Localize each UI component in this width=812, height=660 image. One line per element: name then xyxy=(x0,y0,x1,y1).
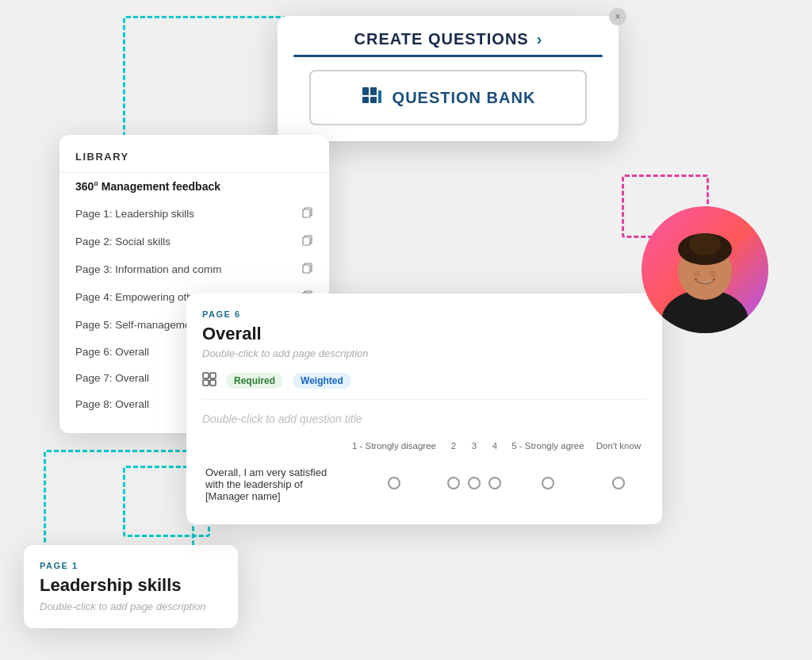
svg-point-4 xyxy=(689,233,721,255)
likert-col-3: 3 xyxy=(464,441,485,460)
page1-title: Leadership skills xyxy=(40,575,222,596)
page1-description: Double-click to add page description xyxy=(40,601,222,612)
likert-radio-5[interactable] xyxy=(505,460,591,508)
likert-question-col-header xyxy=(202,441,345,460)
grid-icon[interactable] xyxy=(202,372,216,389)
svg-rect-10 xyxy=(370,97,377,103)
likert-radio-2[interactable] xyxy=(443,460,464,508)
svg-rect-9 xyxy=(370,87,377,95)
create-questions-title: CREATE QUESTIONS xyxy=(354,30,529,48)
question-title-placeholder[interactable]: Double-click to add question title xyxy=(202,412,646,425)
page1-panel: PAGE 1 Leadership skills Double-click to… xyxy=(24,545,238,628)
page6-panel: PAGE 6 Overall Double-click to add page … xyxy=(186,294,662,524)
library-list-item[interactable]: Page 3: Information and comm xyxy=(59,255,329,283)
question-bank-button[interactable]: QUESTION BANK xyxy=(309,70,587,125)
svg-rect-8 xyxy=(362,97,369,103)
likert-radio-1[interactable] xyxy=(345,460,443,508)
dashed-border-top-left xyxy=(123,16,297,143)
likert-radio-dk[interactable] xyxy=(591,460,646,508)
create-questions-panel: × CREATE QUESTIONS › QUESTION BANK xyxy=(278,16,619,141)
library-list-item[interactable]: Page 1: Leadership skills xyxy=(59,200,329,228)
library-item-label: Page 8: Overall xyxy=(75,398,149,410)
page6-description: Double-click to add page description xyxy=(202,347,646,359)
required-badge: Required xyxy=(226,373,283,389)
likert-radio-4[interactable] xyxy=(485,460,505,508)
library-item-label: Page 1: Leadership skills xyxy=(75,208,194,220)
likert-header-row: 1 - Strongly disagree 2 3 4 5 - Strongly… xyxy=(202,441,646,460)
svg-point-5 xyxy=(694,271,700,277)
svg-point-6 xyxy=(710,271,716,277)
library-item-label: 360° Management feedback xyxy=(75,180,220,193)
likert-question-row: Overall, I am very satisfied with the le… xyxy=(202,460,646,508)
svg-rect-23 xyxy=(210,373,216,378)
library-item-label: Page 5: Self-management xyxy=(75,319,200,331)
svg-rect-7 xyxy=(362,87,369,95)
library-title: LIBRARY xyxy=(59,151,329,173)
likert-col-2: 2 xyxy=(443,441,464,460)
svg-rect-17 xyxy=(303,265,310,273)
library-list-item[interactable]: Page 2: Social skills xyxy=(59,228,329,255)
library-list-item[interactable]: 360° Management feedback xyxy=(59,173,329,200)
avatar-image xyxy=(642,206,768,333)
likert-col-5: 5 - Strongly agree xyxy=(505,441,591,460)
likert-col-4: 4 xyxy=(485,441,505,460)
svg-rect-13 xyxy=(303,209,310,217)
page1-label: PAGE 1 xyxy=(40,561,222,570)
library-item-label: Page 7: Overall xyxy=(75,372,149,384)
question-bank-label: QUESTION BANK xyxy=(393,89,536,107)
library-item-label: Page 6: Overall xyxy=(75,346,149,358)
copy-icon[interactable] xyxy=(302,263,313,276)
create-questions-arrow-icon: › xyxy=(537,30,542,48)
page6-toolbar: Required Weighted xyxy=(202,372,646,400)
svg-rect-24 xyxy=(203,380,209,386)
close-icon[interactable]: × xyxy=(609,8,626,25)
create-questions-header: CREATE QUESTIONS › xyxy=(278,16,619,48)
likert-col-1: 1 - Strongly disagree xyxy=(345,441,443,460)
svg-rect-25 xyxy=(210,380,216,386)
copy-icon[interactable] xyxy=(302,207,313,221)
likert-radio-3[interactable] xyxy=(464,460,485,508)
create-questions-underline xyxy=(293,55,603,57)
avatar xyxy=(642,206,768,333)
weighted-badge: Weighted xyxy=(293,373,351,389)
svg-rect-15 xyxy=(303,237,310,245)
likert-col-dk: Don't know xyxy=(591,441,646,460)
page6-title: Overall xyxy=(202,324,646,344)
likert-scale-table: 1 - Strongly disagree 2 3 4 5 - Strongly… xyxy=(202,441,646,508)
svg-rect-11 xyxy=(378,90,381,103)
svg-rect-22 xyxy=(203,373,209,378)
question-bank-icon xyxy=(361,86,383,109)
likert-question-text: Overall, I am very satisfied with the le… xyxy=(202,460,345,508)
page6-label: PAGE 6 xyxy=(202,309,646,319)
copy-icon[interactable] xyxy=(302,235,313,248)
library-item-label: Page 3: Information and comm xyxy=(75,263,222,275)
library-item-label: Page 2: Social skills xyxy=(75,236,170,248)
